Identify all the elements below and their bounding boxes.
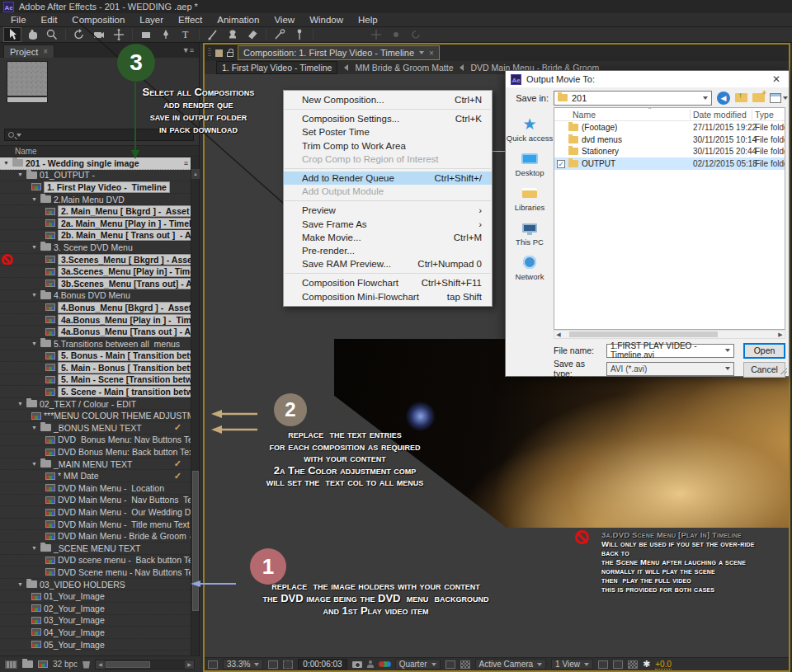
scrollbar-thumb[interactable] [192,471,199,611]
project-hscrollbar[interactable]: ◀ ▶ [95,660,195,670]
menu-item-save-frame-as[interactable]: Save Frame As› [284,218,492,231]
expander-icon[interactable]: ▼ [17,581,24,588]
project-item-menu-colour-theme-adjustment[interactable]: ***MENU COLOUR THEME ADJUSTMENT *** [0,410,191,422]
type-tool-icon[interactable]: T [177,27,195,42]
file-row-footage[interactable]: (Footage)27/11/2015 19:22File folder [554,121,785,134]
project-item-3a-scenes-menu-play-in-timeline[interactable]: 3a.Scenes_Menu [Play in] - Timeline [0,266,191,278]
save-in-dropdown[interactable]: 201 [554,91,712,106]
snapshot-icon[interactable] [352,661,362,668]
zoom-tool-icon[interactable] [43,27,61,42]
new-folder-icon[interactable] [22,660,33,668]
menu-layer[interactable]: Layer [132,15,171,25]
chevron-down-icon[interactable] [419,51,424,54]
frame-icon[interactable] [208,660,218,669]
name-column-header[interactable]: Name [0,145,199,157]
project-item-5-scene-main-transition-between[interactable]: 5. Scene - Main [ transition between] [0,386,191,398]
project-item-dvd-scene-menu-nav-buttons-text[interactable]: DVD Scene menu - Nav Buttons Text * [0,566,191,579]
project-item-dvd-main-menu-location[interactable]: DVD Main Menu - Location [0,482,191,495]
project-item-main-menu-text[interactable]: ▼_MAIN MENU TEXT [0,458,191,471]
open-button[interactable]: Open [743,343,785,359]
pan-behind-tool-icon[interactable] [110,27,128,42]
cancel-button[interactable]: Cancel [743,362,785,378]
scroll-left-icon[interactable]: ◀ [554,331,563,338]
expander-icon[interactable]: ▼ [31,244,38,251]
project-item-03-your-image[interactable]: 03_Your_Image [0,615,191,627]
expander-icon[interactable]: ▼ [17,401,24,407]
project-item-2-main-menu-bkgrd-asset[interactable]: 2. Main_Menu [ Bkgrd ] - Asset [0,205,191,218]
tab-project[interactable]: Project × [3,45,54,58]
menu-item-preview[interactable]: Preview› [284,204,492,217]
project-item-dvd-main-menu-title-menu-text[interactable]: DVD Main Menu - Title menu Text [0,519,191,531]
expander-icon[interactable]: ▼ [31,461,38,468]
hand-tool-icon[interactable] [23,27,41,42]
chevron-down-icon[interactable] [783,96,788,100]
menu-item-trim-comp-to-work-area[interactable]: Trim Comp to Work Area [284,139,492,153]
menu-item-composition-settings[interactable]: Composition Settings...Ctrl+K [284,112,492,125]
project-item-201-wedding-single-image[interactable]: ▼201 - Wedding single image≡ [0,157,191,170]
project-item-mm-date[interactable]: * MM Date [0,470,191,482]
shape-tool-icon[interactable] [137,27,155,42]
close-icon[interactable]: × [429,49,434,58]
region-of-interest-icon[interactable] [283,660,293,669]
column-date-modified[interactable]: Date modified [693,110,747,120]
panel-menu-icon[interactable]: ▼≡ [182,46,194,54]
expander-icon[interactable]: ▼ [31,425,38,431]
expander-icon[interactable]: ▼ [31,196,38,203]
selection-tool-icon[interactable] [3,27,21,42]
expander-icon[interactable]: ▼ [3,160,10,167]
up-one-level-icon[interactable] [735,93,747,102]
fast-preview-icon[interactable] [613,660,623,669]
camera-view-dropdown[interactable]: Active Camera [475,659,547,670]
project-item-5-transitions-between-all-menus[interactable]: ▼5.Transitions between all menus [0,338,191,350]
menu-item-new-composition[interactable]: New Composition...Ctrl+N [284,93,492,106]
project-item-3-scene-dvd-menu[interactable]: ▼3. Scene DVD Menu [0,242,191,254]
project-item-2-main-menu-dvd[interactable]: ▼2.Main Menu DVD [0,194,191,206]
view-menu-icon[interactable] [770,93,781,103]
flowchart-icon[interactable]: ≡ [184,159,188,167]
menu-window[interactable]: Window [302,15,351,25]
project-item-01-output[interactable]: ▼01_OUTPUT - [0,170,191,182]
resize-grip[interactable] [780,368,787,374]
sidebar-item-libraries[interactable]: Libraries [515,185,544,212]
project-item-01-your-image[interactable]: 01_Your_Image [0,590,191,603]
pixel-aspect-icon[interactable] [598,660,608,669]
project-item-dvd-bonus-menu-back-button-text[interactable]: DVD Bonus Menu: Back button Text [0,446,191,458]
show-snapshot-icon[interactable] [367,660,374,668]
menu-file[interactable]: File [3,15,34,25]
lock-icon[interactable] [227,52,233,57]
navigator-1-first-play-video-timeline[interactable]: 1. First Play Video - Timeline [216,61,337,74]
new-folder-icon[interactable] [752,93,765,102]
project-item-02-your-image[interactable]: 02_Your_Image [0,603,191,615]
rotation-tool-icon[interactable] [70,27,88,42]
channel-icon[interactable] [379,660,390,668]
project-scrollbar[interactable]: ▲ [191,157,199,656]
resolution-dropdown[interactable]: Quarter [395,659,441,670]
menu-item-pre-render[interactable]: Pre-render... [284,244,492,257]
scroll-up-icon[interactable]: ▲ [191,169,200,179]
roto-brush-tool-icon[interactable] [271,27,289,42]
project-item-dvd-scene-menu-back-button-text[interactable]: DVD scene menu - Back button Text [0,555,191,567]
zoom-level-dropdown[interactable]: 33.3% [223,659,263,670]
checkerboard-icon[interactable] [460,660,470,669]
file-list-hscrollbar[interactable]: ◀ ▶ [554,330,785,339]
checkbox[interactable]: ✓ [557,160,565,168]
puppet-pin-tool-icon[interactable] [290,27,309,42]
project-item-5-main-scene-transition-between[interactable]: 5. Main - Scene [Transition between ] [0,374,191,387]
close-icon[interactable]: ✕ [764,73,789,85]
timecode-display[interactable]: 0:00:06:03 [298,659,346,670]
column-type[interactable]: Type [755,110,774,120]
project-item-dvd-main-menu-our-wedding-day[interactable]: DVD Main Menu - Our Wedding Day [0,506,191,519]
project-item-dvd-main-menu-bride-groom[interactable]: DVD Main Menu - Bride & Groom [0,530,191,543]
menu-item-make-movie[interactable]: Make Movie...Ctrl+M [284,231,492,244]
camera-tool-icon[interactable] [90,27,108,42]
navigator-mm-bride-groom-matte[interactable]: MM Bride & Groom Matte [355,63,453,73]
timeline-icon[interactable] [628,660,638,669]
expander-icon[interactable]: ▼ [31,292,38,298]
sidebar-item-network[interactable]: Network [516,254,544,281]
bit-depth-label[interactable]: 32 bpc [53,660,78,669]
exposure-value[interactable]: +0.0 [655,660,672,670]
menu-animation[interactable]: Animation [210,15,266,25]
file-row-dvd-menus[interactable]: dvd menus30/11/2015 10:14File folder [554,134,785,146]
menu-effect[interactable]: Effect [171,15,210,25]
project-item-04-your-image[interactable]: 04_Your_Image [0,627,191,639]
